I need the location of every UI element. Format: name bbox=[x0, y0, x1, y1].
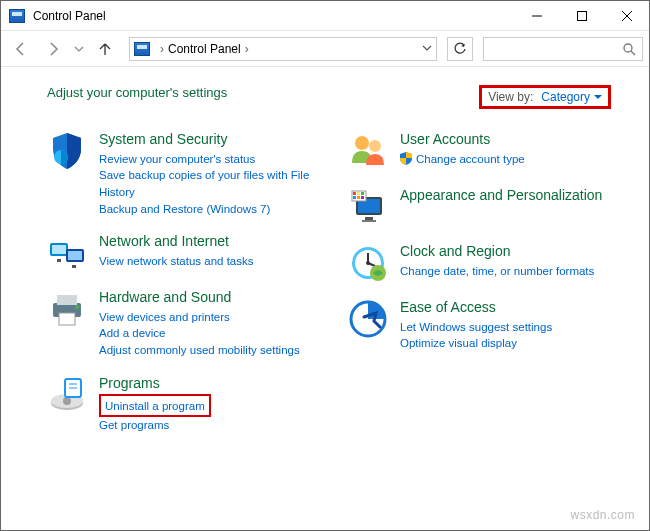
view-by-highlight: View by: Category bbox=[479, 85, 611, 109]
page-title: Adjust your computer's settings bbox=[47, 85, 227, 100]
category-title[interactable]: Appearance and Personalization bbox=[400, 187, 602, 205]
window-title: Control Panel bbox=[33, 9, 106, 23]
link-get-programs[interactable]: Get programs bbox=[99, 417, 211, 434]
user-accounts-icon bbox=[348, 131, 388, 171]
content-area: Adjust your computer's settings View by:… bbox=[1, 67, 649, 508]
svg-rect-12 bbox=[57, 295, 77, 305]
address-bar[interactable]: › Control Panel › bbox=[129, 37, 437, 61]
svg-rect-10 bbox=[68, 251, 82, 260]
svg-rect-27 bbox=[357, 192, 360, 195]
svg-rect-29 bbox=[353, 196, 356, 199]
svg-rect-13 bbox=[59, 313, 75, 325]
close-button[interactable] bbox=[604, 1, 649, 30]
chevron-right-icon[interactable]: › bbox=[245, 42, 249, 56]
view-by-dropdown[interactable]: Category bbox=[541, 90, 602, 104]
category-clock-region: Clock and Region Change date, time, or n… bbox=[348, 243, 619, 283]
svg-rect-8 bbox=[52, 245, 66, 254]
minimize-button[interactable] bbox=[514, 1, 559, 30]
svg-point-21 bbox=[355, 136, 369, 150]
uac-shield-icon bbox=[400, 152, 412, 165]
link-devices-printers[interactable]: View devices and printers bbox=[99, 309, 300, 326]
svg-point-4 bbox=[624, 44, 632, 52]
svg-rect-30 bbox=[357, 196, 360, 199]
link-network-status[interactable]: View network status and tasks bbox=[99, 253, 253, 270]
titlebar: Control Panel bbox=[1, 1, 649, 31]
uninstall-highlight: Uninstall a program bbox=[99, 394, 211, 417]
category-title[interactable]: Ease of Access bbox=[400, 299, 552, 317]
category-appearance: Appearance and Personalization bbox=[348, 187, 619, 227]
link-backup-restore[interactable]: Backup and Restore (Windows 7) bbox=[99, 201, 318, 218]
appearance-icon bbox=[348, 187, 388, 227]
category-ease-of-access: Ease of Access Let Windows suggest setti… bbox=[348, 299, 619, 352]
navigation-bar: › Control Panel › bbox=[1, 31, 649, 67]
back-button[interactable] bbox=[7, 35, 35, 63]
link-uninstall-program[interactable]: Uninstall a program bbox=[105, 400, 205, 412]
category-title[interactable]: Hardware and Sound bbox=[99, 289, 300, 307]
category-user-accounts: User Accounts Change account type bbox=[348, 131, 619, 171]
category-title[interactable]: System and Security bbox=[99, 131, 318, 149]
network-icon bbox=[47, 233, 87, 273]
category-hardware-sound: Hardware and Sound View devices and prin… bbox=[47, 289, 318, 359]
view-by-label: View by: bbox=[488, 90, 533, 104]
right-column: User Accounts Change account type Appear… bbox=[348, 131, 619, 450]
breadcrumb-item[interactable]: Control Panel bbox=[168, 42, 241, 56]
shield-icon bbox=[47, 131, 87, 171]
link-mobility-settings[interactable]: Adjust commonly used mobility settings bbox=[99, 342, 300, 359]
svg-rect-33 bbox=[362, 220, 376, 222]
svg-point-38 bbox=[366, 261, 370, 265]
recent-locations-button[interactable] bbox=[71, 35, 87, 63]
maximize-button[interactable] bbox=[559, 1, 604, 30]
category-network-internet: Network and Internet View network status… bbox=[47, 233, 318, 273]
svg-point-17 bbox=[63, 397, 71, 405]
left-column: System and Security Review your computer… bbox=[47, 131, 318, 450]
link-review-status[interactable]: Review your computer's status bbox=[99, 151, 318, 168]
link-change-account-type[interactable]: Change account type bbox=[416, 151, 525, 168]
svg-point-22 bbox=[369, 140, 381, 152]
control-panel-icon bbox=[9, 9, 25, 23]
svg-rect-28 bbox=[361, 192, 364, 195]
svg-rect-26 bbox=[353, 192, 356, 195]
svg-point-14 bbox=[75, 305, 79, 309]
watermark: wsxdn.com bbox=[1, 508, 649, 530]
breadcrumb-icon bbox=[134, 42, 150, 56]
up-button[interactable] bbox=[91, 35, 119, 63]
link-suggest-settings[interactable]: Let Windows suggest settings bbox=[400, 319, 552, 336]
link-file-history[interactable]: Save backup copies of your files with Fi… bbox=[99, 167, 318, 200]
category-system-security: System and Security Review your computer… bbox=[47, 131, 318, 217]
svg-rect-1 bbox=[577, 11, 586, 20]
category-title[interactable]: User Accounts bbox=[400, 131, 525, 149]
control-panel-window: Control Panel › Control Panel › bbox=[0, 0, 650, 531]
link-optimize-display[interactable]: Optimize visual display bbox=[400, 335, 552, 352]
printer-icon bbox=[47, 289, 87, 329]
refresh-button[interactable] bbox=[447, 37, 473, 61]
forward-button[interactable] bbox=[39, 35, 67, 63]
link-add-device[interactable]: Add a device bbox=[99, 325, 300, 342]
category-title[interactable]: Clock and Region bbox=[400, 243, 594, 261]
svg-rect-31 bbox=[361, 196, 364, 199]
category-programs: Programs Uninstall a program Get program… bbox=[47, 375, 318, 434]
programs-icon bbox=[47, 375, 87, 415]
svg-rect-32 bbox=[365, 217, 373, 220]
ease-of-access-icon bbox=[348, 299, 388, 339]
link-date-time-formats[interactable]: Change date, time, or number formats bbox=[400, 263, 594, 280]
category-title[interactable]: Network and Internet bbox=[99, 233, 253, 251]
chevron-right-icon: › bbox=[160, 42, 164, 56]
search-icon bbox=[622, 42, 636, 56]
caret-down-icon bbox=[594, 93, 602, 101]
category-title[interactable]: Programs bbox=[99, 375, 211, 393]
address-dropdown-button[interactable] bbox=[422, 42, 432, 56]
svg-line-5 bbox=[631, 51, 635, 55]
svg-rect-19 bbox=[69, 383, 77, 385]
svg-rect-20 bbox=[69, 387, 77, 389]
search-input[interactable] bbox=[483, 37, 643, 61]
clock-icon bbox=[348, 243, 388, 283]
